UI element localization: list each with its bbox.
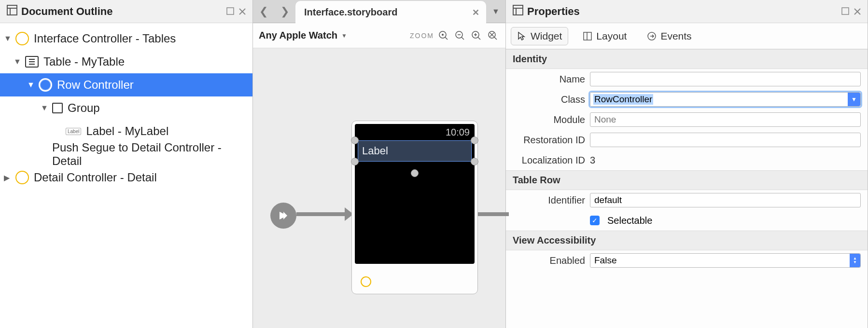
watch-scene[interactable]: 10:09 Label bbox=[351, 121, 478, 294]
cursor-icon bbox=[517, 31, 527, 41]
tree-label: Table - MyTable bbox=[43, 55, 125, 68]
tree-table[interactable]: ▼Table - MyTable bbox=[0, 50, 252, 73]
tree-label: Interface Controller - Tables bbox=[34, 32, 176, 45]
close-icon[interactable] bbox=[239, 5, 246, 18]
watch-label-row[interactable]: Label bbox=[358, 140, 472, 162]
label-name: Name bbox=[513, 74, 585, 85]
outline-title: Document Outline bbox=[21, 5, 226, 18]
entry-point-icon[interactable] bbox=[270, 203, 296, 229]
tab-overflow-icon[interactable]: ▼ bbox=[486, 7, 505, 16]
tree-segue[interactable]: Push Segue to Detail Controller - Detail bbox=[0, 143, 252, 166]
row-enabled: Enabled False▲▼ bbox=[506, 250, 868, 271]
label-badge-icon: Label bbox=[66, 128, 81, 135]
device-toolbar: Any Apple Watch▼ ZOOM bbox=[253, 23, 505, 48]
tree-label: Row Controller bbox=[57, 78, 134, 92]
input-name[interactable] bbox=[590, 72, 861, 86]
resize-handle[interactable] bbox=[471, 137, 478, 144]
controller-icon bbox=[15, 32, 29, 45]
row-selectable: ✓ Selectable bbox=[506, 210, 868, 231]
properties-panel: Properties Widget Layout Events Identity… bbox=[506, 0, 868, 328]
row-restoration: Restoration ID bbox=[506, 130, 868, 150]
resize-handle[interactable] bbox=[471, 158, 478, 165]
input-identifier[interactable] bbox=[590, 193, 861, 207]
label-restoration: Restoration ID bbox=[513, 135, 585, 146]
nav-back-icon[interactable]: ❮ bbox=[253, 0, 274, 23]
resize-handle[interactable] bbox=[351, 158, 359, 165]
watch-time: 10:09 bbox=[446, 127, 470, 138]
outline-tree: ▼Interface Controller - Tables ▼Table - … bbox=[0, 23, 252, 193]
input-module[interactable] bbox=[590, 112, 861, 127]
close-icon[interactable] bbox=[854, 5, 861, 18]
tree-interface-controller[interactable]: ▼Interface Controller - Tables bbox=[0, 27, 252, 50]
stepper-icon[interactable]: ▲▼ bbox=[850, 254, 860, 267]
label-localization: Localization ID bbox=[513, 155, 585, 166]
zoom-fit-icon[interactable] bbox=[437, 29, 450, 42]
chevron-down-icon[interactable]: ▼ bbox=[848, 93, 860, 106]
segue-line[interactable] bbox=[478, 212, 509, 216]
row-module: Module bbox=[506, 109, 868, 130]
resize-handle[interactable] bbox=[411, 169, 419, 177]
row-controller-icon bbox=[39, 78, 52, 92]
tab-label: Layout bbox=[596, 30, 627, 42]
section-accessibility: View Accessibility bbox=[506, 231, 868, 250]
device-selector[interactable]: Any Apple Watch▼ bbox=[259, 30, 347, 41]
document-outline-panel: Document Outline ▼Interface Controller -… bbox=[0, 0, 253, 328]
svg-rect-26 bbox=[584, 32, 591, 40]
combo-value: RowController bbox=[593, 94, 653, 105]
svg-line-7 bbox=[445, 37, 448, 40]
tree-label-item[interactable]: ▼LabelLabel - MyLabel bbox=[0, 120, 252, 143]
tab-layout[interactable]: Layout bbox=[577, 27, 632, 45]
nav-forward-icon[interactable]: ❯ bbox=[274, 0, 295, 23]
tree-label: Label - MyLabel bbox=[86, 124, 168, 138]
maximize-icon[interactable] bbox=[841, 5, 849, 18]
editor-tab-bar: ❮ ❯ Interface.storyboard ✕ ▼ bbox=[253, 0, 505, 23]
layout-icon bbox=[583, 31, 592, 41]
tab-label: Widget bbox=[531, 30, 562, 42]
tree-group[interactable]: ▼Group bbox=[0, 96, 252, 120]
editor-panel: ❮ ❯ Interface.storyboard ✕ ▼ Any Apple W… bbox=[253, 0, 506, 328]
outline-header: Document Outline bbox=[0, 0, 252, 23]
checkbox-selectable[interactable]: ✓ bbox=[590, 216, 600, 225]
maximize-icon[interactable] bbox=[226, 5, 234, 18]
zoom-in-icon[interactable] bbox=[470, 29, 483, 42]
tab-label: Interface.storyboard bbox=[304, 7, 397, 18]
device-label: Any Apple Watch bbox=[259, 30, 337, 41]
table-icon bbox=[25, 56, 39, 68]
storyboard-canvas[interactable]: 10:09 Label bbox=[253, 48, 505, 328]
tree-label: Push Segue to Detail Controller - Detail bbox=[52, 141, 252, 168]
svg-rect-3 bbox=[227, 8, 234, 14]
watch-screen: 10:09 Label bbox=[355, 124, 475, 264]
svg-rect-23 bbox=[842, 8, 849, 14]
tab-storyboard[interactable]: Interface.storyboard ✕ bbox=[295, 1, 486, 24]
tree-label: Group bbox=[68, 101, 100, 115]
tree-detail-controller[interactable]: ▶Detail Controller - Detail bbox=[0, 166, 252, 189]
label-enabled: Enabled bbox=[513, 255, 585, 266]
properties-icon bbox=[513, 5, 523, 18]
row-class: Class RowController▼ bbox=[506, 89, 868, 109]
resize-handle[interactable] bbox=[351, 137, 359, 144]
tab-events[interactable]: Events bbox=[641, 27, 697, 45]
svg-line-17 bbox=[494, 37, 497, 40]
entry-arrow bbox=[296, 212, 347, 216]
combo-class[interactable]: RowController▼ bbox=[590, 92, 861, 107]
zoom-actual-icon[interactable] bbox=[486, 29, 500, 42]
select-enabled[interactable]: False▲▼ bbox=[590, 253, 861, 268]
row-localization: Localization ID 3 bbox=[506, 150, 868, 170]
tab-widget[interactable]: Widget bbox=[511, 27, 568, 45]
zoom-out-icon[interactable] bbox=[453, 29, 467, 42]
tree-row-controller[interactable]: ▼Row Controller bbox=[0, 73, 252, 96]
group-icon bbox=[52, 103, 63, 113]
svg-line-10 bbox=[462, 37, 464, 40]
tab-label: Events bbox=[660, 30, 691, 42]
scene-controller-icon[interactable] bbox=[361, 276, 371, 287]
tab-close-icon[interactable]: ✕ bbox=[472, 7, 479, 18]
select-value: False bbox=[594, 255, 616, 266]
properties-header: Properties bbox=[506, 0, 868, 23]
label-identifier: Identifier bbox=[513, 195, 585, 206]
zoom-label: ZOOM bbox=[410, 32, 434, 40]
input-restoration[interactable] bbox=[590, 133, 861, 147]
label-class: Class bbox=[513, 94, 585, 105]
properties-title: Properties bbox=[527, 5, 841, 18]
properties-tabs: Widget Layout Events bbox=[506, 23, 868, 49]
row-name: Name bbox=[506, 69, 868, 89]
